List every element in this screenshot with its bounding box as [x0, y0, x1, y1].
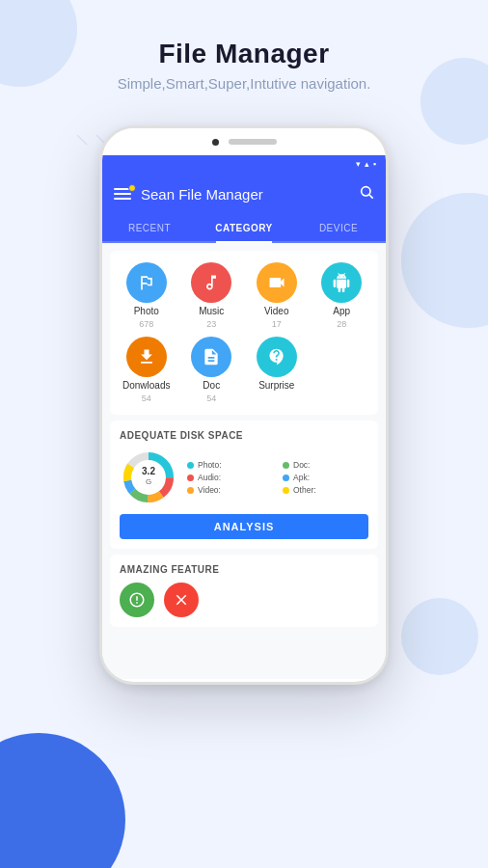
video-count: 17 [272, 319, 282, 329]
tab-category[interactable]: CATEGORY [197, 215, 291, 241]
category-downloads[interactable]: Donwloads 54 [118, 337, 176, 403]
video-icon [257, 262, 297, 303]
legend-label-audio: Audio: [198, 473, 221, 482]
app-count: 28 [337, 319, 346, 329]
downloads-label: Donwloads [122, 380, 170, 391]
app-title: File Manager [0, 39, 488, 69]
legend-label-doc: Doc: [293, 460, 310, 470]
legend-label-video: Video: [198, 485, 221, 495]
category-video[interactable]: Video 17 [248, 262, 306, 329]
category-surprise[interactable]: Surprise [248, 337, 306, 403]
svg-line-7 [369, 195, 373, 199]
legend-label-apk: Apk: [293, 473, 310, 482]
search-icon[interactable] [359, 184, 374, 203]
surprise-icon [257, 337, 297, 377]
photo-count: 678 [139, 319, 153, 329]
disk-space-card: ADEQUATE DISK SPACE [110, 420, 378, 549]
phone-top [102, 128, 386, 155]
legend-video: Video: [187, 485, 273, 495]
battery-icon: ▪ [373, 159, 376, 169]
feature-title: AMAZING FEATURE [120, 564, 368, 575]
feature-icons [120, 583, 368, 617]
legend-photo: Photo: [187, 460, 273, 470]
disk-legend: Photo: Doc: Audio: Apk: [187, 460, 368, 495]
donut-chart: 3.2 G [120, 448, 177, 506]
category-music[interactable]: Music 23 [183, 262, 241, 329]
legend-label-photo: Photo: [198, 460, 222, 470]
svg-text:3.2: 3.2 [142, 466, 155, 476]
disk-content: 3.2 G Photo: Doc: Audio: [120, 448, 368, 506]
bg-decoration-3 [401, 193, 488, 328]
legend-dot-video [187, 487, 194, 494]
phone-frame: ▾ ▴ ▪ Sean File Manager RECENT CATEGORY … [99, 125, 389, 685]
category-grid: Photo 678 Music 23 Video [110, 251, 378, 415]
hamburger-menu-icon[interactable] [114, 188, 131, 200]
bg-decoration-5 [401, 598, 478, 675]
header-area: File Manager Simple,Smart,Super,Intutive… [0, 39, 488, 92]
legend-dot-audio [187, 475, 194, 481]
legend-dot-apk [283, 475, 289, 481]
app-header: Sean File Manager [102, 173, 386, 215]
wifi-icon: ▾ [356, 159, 361, 169]
tab-device[interactable]: DEVICE [291, 215, 386, 241]
app-icon [321, 262, 362, 303]
legend-label-other: Other: [293, 485, 316, 495]
app-subtitle: Simple,Smart,Super,Intutive navigation. [0, 75, 488, 92]
music-icon [191, 262, 231, 303]
feature-card: AMAZING FEATURE [110, 555, 378, 627]
phone-speaker [229, 139, 277, 145]
tab-recent[interactable]: RECENT [102, 215, 197, 241]
phone-camera [212, 139, 219, 146]
music-count: 23 [206, 319, 216, 329]
legend-doc: Doc: [283, 460, 368, 470]
app-label: App [333, 306, 350, 316]
category-photo[interactable]: Photo 678 [118, 262, 176, 329]
app-content: Photo 678 Music 23 Video [102, 243, 386, 679]
feature-icon-1[interactable] [120, 583, 154, 617]
doc-count: 54 [206, 393, 216, 403]
disk-title: ADEQUATE DISK SPACE [120, 430, 368, 441]
video-label: Video [264, 306, 288, 316]
legend-other: Other: [283, 485, 368, 495]
status-bar: ▾ ▴ ▪ [102, 155, 386, 173]
downloads-count: 54 [142, 393, 151, 403]
doc-icon [191, 337, 231, 377]
photo-icon [126, 262, 167, 303]
legend-dot-doc [283, 462, 289, 469]
legend-apk: Apk: [283, 473, 368, 482]
signal-icon: ▴ [365, 159, 369, 169]
svg-point-6 [362, 187, 370, 196]
surprise-label: Surprise [258, 380, 294, 391]
bg-decoration-large [0, 733, 125, 868]
app-header-title: Sean File Manager [141, 186, 349, 203]
category-doc[interactable]: Doc 54 [183, 337, 241, 403]
legend-audio: Audio: [187, 473, 273, 482]
analysis-button[interactable]: ANALYSIS [120, 514, 368, 539]
notification-badge [128, 184, 136, 192]
doc-label: Doc [203, 380, 220, 391]
photo-label: Photo [134, 306, 159, 316]
tab-bar: RECENT CATEGORY DEVICE [102, 215, 386, 243]
legend-dot-photo [187, 462, 194, 469]
music-label: Music [199, 306, 224, 316]
legend-dot-other [283, 487, 289, 494]
category-app[interactable]: App 28 [313, 262, 371, 329]
downloads-icon [126, 337, 167, 377]
feature-icon-2[interactable] [164, 583, 199, 617]
svg-text:G: G [146, 477, 151, 486]
